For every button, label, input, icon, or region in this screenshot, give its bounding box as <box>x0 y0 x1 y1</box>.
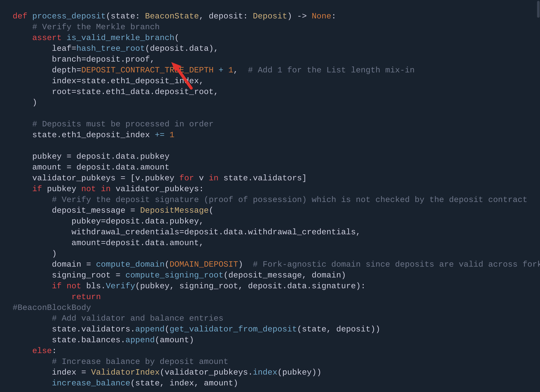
comment: # Add validator and balance entries <box>52 314 224 323</box>
vertical-scrollbar[interactable] <box>537 0 540 392</box>
scrollbar-thumb[interactable] <box>537 1 540 18</box>
comment: # Verify the Merkle branch <box>32 22 160 32</box>
keyword-assert: assert <box>32 33 62 42</box>
comment: # Increase balance by deposit amount <box>52 357 228 366</box>
comment: # Deposits must be processed in order <box>32 120 214 129</box>
comment-beaconblockbody: #BeaconBlockBody <box>13 303 91 312</box>
code-block: def process_deposit(state: BeaconState, … <box>0 0 540 392</box>
comment: # Verify the deposit signature (proof of… <box>52 195 527 204</box>
keyword-def: def <box>13 12 27 21</box>
function-name: process_deposit <box>32 12 106 21</box>
